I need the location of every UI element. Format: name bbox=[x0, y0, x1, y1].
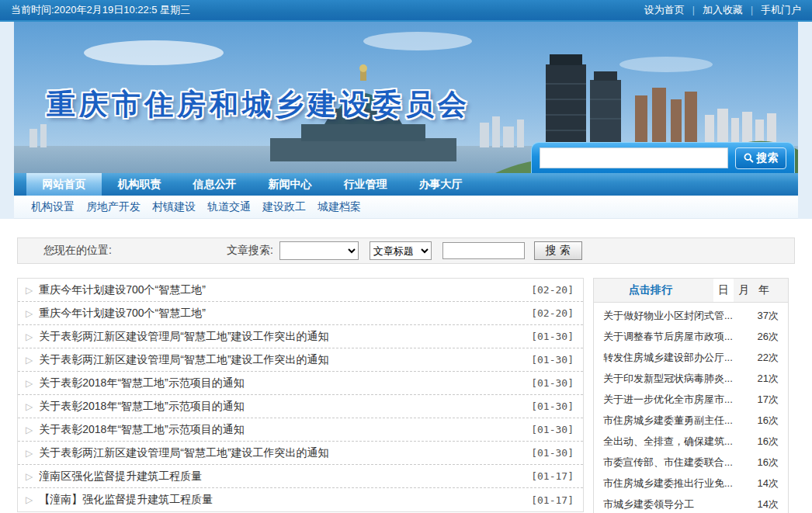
article-search-button[interactable]: 搜 索 bbox=[534, 241, 582, 260]
rank-item-link[interactable]: 关于进一步优化全市房屋市... bbox=[603, 393, 753, 407]
field-select[interactable]: 文章标题 bbox=[370, 241, 432, 260]
rank-count: 16次 bbox=[758, 435, 779, 449]
article-date: [01-17] bbox=[531, 470, 574, 482]
ranking-title: 点击排行 bbox=[629, 283, 672, 297]
topbar: 当前时间:2020年2月19日10:22:5 星期三 设为首页|加入收藏|手机门… bbox=[0, 0, 812, 22]
article-row: ▷关于表彰两江新区建设管理局“智慧工地”建设工作突出的通知[01-30] bbox=[18, 442, 583, 465]
rank-row: 市城乡建委领导分工14次 bbox=[594, 494, 788, 513]
article-link[interactable]: 关于表彰2018年“智慧工地”示范项目的通知 bbox=[39, 423, 523, 437]
rank-item-link[interactable]: 市委宣传部、市住建委联合... bbox=[603, 456, 753, 470]
rank-count: 14次 bbox=[758, 497, 779, 511]
topbar-link-2[interactable]: 加入收藏 bbox=[703, 3, 743, 17]
ranking-panel: 点击排行 日月年 关于做好物业小区封闭式管...37次关于调整春节后房屋市政项.… bbox=[593, 278, 789, 513]
article-link[interactable]: 关于表彰两江新区建设管理局“智慧工地”建设工作突出的通知 bbox=[39, 446, 523, 460]
triangle-bullet-icon: ▷ bbox=[26, 494, 33, 505]
article-link[interactable]: 关于表彰2018年“智慧工地”示范项目的通知 bbox=[39, 376, 523, 390]
article-date: [01-30] bbox=[531, 331, 574, 342]
nav-item-信息公开[interactable]: 信息公开 bbox=[177, 173, 252, 196]
banner-search-button-label: 搜索 bbox=[757, 151, 779, 165]
article-date: [01-30] bbox=[531, 354, 574, 366]
nav-item-办事大厅[interactable]: 办事大厅 bbox=[403, 173, 478, 196]
main-nav: 网站首页机构职责信息公开新闻中心行业管理办事大厅 bbox=[14, 173, 798, 196]
article-link[interactable]: 关于表彰两江新区建设管理局“智慧工地”建设工作突出的通知 bbox=[39, 330, 523, 344]
triangle-bullet-icon: ▷ bbox=[26, 308, 33, 319]
rank-row: 市委宣传部、市住建委联合...16次 bbox=[594, 452, 788, 473]
nav-item-机构职责[interactable]: 机构职责 bbox=[102, 173, 177, 196]
topbar-separator: | bbox=[692, 5, 695, 16]
rank-tab-月[interactable]: 月 bbox=[734, 279, 754, 302]
ranking-list: 关于做好物业小区封闭式管...37次关于调整春节后房屋市政项...26次转发住房… bbox=[594, 303, 788, 513]
rank-item-link[interactable]: 市住房城乡建委董勇副主任... bbox=[603, 414, 753, 428]
article-date: [01-30] bbox=[531, 400, 574, 412]
rank-count: 17次 bbox=[758, 393, 779, 407]
article-list: ▷重庆今年计划建设700个“智慧工地”[02-20]▷重庆今年计划建设700个“… bbox=[17, 278, 584, 512]
rank-tab-年[interactable]: 年 bbox=[754, 279, 774, 302]
nav-item-行业管理[interactable]: 行业管理 bbox=[328, 173, 403, 196]
subnav-item-房地产开发[interactable]: 房地产开发 bbox=[86, 200, 141, 214]
subnav-item-建设政工[interactable]: 建设政工 bbox=[262, 200, 306, 214]
rank-count: 14次 bbox=[758, 477, 779, 490]
topbar-link-3[interactable]: 手机门户 bbox=[761, 3, 801, 17]
triangle-bullet-icon: ▷ bbox=[26, 448, 33, 459]
topbar-separator: | bbox=[751, 5, 753, 16]
rank-item-link[interactable]: 市城乡建委领导分工 bbox=[603, 497, 753, 511]
ranking-header: 点击排行 日月年 bbox=[594, 279, 788, 303]
subnav-item-机构设置[interactable]: 机构设置 bbox=[31, 200, 75, 214]
subnav-item-轨道交通[interactable]: 轨道交通 bbox=[207, 200, 251, 214]
article-row: ▷重庆今年计划建设700个“智慧工地”[02-20] bbox=[18, 279, 583, 302]
banner-search-input[interactable] bbox=[540, 147, 728, 168]
rank-row: 关于调整春节后房屋市政项...26次 bbox=[594, 326, 788, 347]
keyword-input[interactable] bbox=[442, 242, 525, 259]
rank-count: 22次 bbox=[758, 351, 779, 365]
nav-item-网站首页[interactable]: 网站首页 bbox=[26, 173, 102, 196]
rank-count: 16次 bbox=[758, 414, 779, 428]
ranking-tabs: 日月年 bbox=[713, 279, 774, 302]
location-toolbar: 您现在的位置: 文章搜索: 文章标题 搜 索 bbox=[17, 237, 795, 264]
article-link[interactable]: 重庆今年计划建设700个“智慧工地” bbox=[39, 283, 523, 297]
category-select[interactable] bbox=[279, 241, 359, 260]
article-link[interactable]: 重庆今年计划建设700个“智慧工地” bbox=[39, 307, 523, 321]
rank-item-link[interactable]: 关于调整春节后房屋市政项... bbox=[603, 330, 753, 344]
triangle-bullet-icon: ▷ bbox=[26, 355, 33, 366]
article-date: [01-30] bbox=[531, 424, 574, 435]
rank-count: 37次 bbox=[758, 309, 779, 323]
article-link[interactable]: 关于表彰两江新区建设管理局“智慧工地”建设工作突出的通知 bbox=[39, 353, 523, 367]
triangle-bullet-icon: ▷ bbox=[26, 401, 33, 412]
rank-tab-日[interactable]: 日 bbox=[713, 279, 734, 302]
article-link[interactable]: 潼南区强化监督提升建筑工程质量 bbox=[39, 470, 523, 484]
subnav-item-城建档案[interactable]: 城建档案 bbox=[318, 200, 361, 214]
subnav-item-村镇建设[interactable]: 村镇建设 bbox=[152, 200, 196, 214]
triangle-bullet-icon: ▷ bbox=[26, 425, 33, 435]
article-date: [01-30] bbox=[531, 377, 574, 389]
rank-item-link[interactable]: 关于印发新型冠状病毒肺炎... bbox=[603, 372, 753, 386]
sub-nav: 机构设置房地产开发村镇建设轨道交通建设政工城建档案 bbox=[14, 196, 798, 219]
rank-item-link[interactable]: 市住房城乡建委推出行业免... bbox=[603, 477, 753, 490]
nav-item-新闻中心[interactable]: 新闻中心 bbox=[252, 173, 328, 196]
rank-count: 21次 bbox=[758, 372, 779, 386]
rank-item-link[interactable]: 关于做好物业小区封闭式管... bbox=[603, 309, 753, 323]
article-date: [01-30] bbox=[531, 447, 574, 459]
article-row: ▷潼南区强化监督提升建筑工程质量[01-17] bbox=[18, 465, 583, 488]
current-time: 当前时间:2020年2月19日10:22:5 星期三 bbox=[11, 3, 190, 17]
article-row: ▷关于表彰两江新区建设管理局“智慧工地”建设工作突出的通知[01-30] bbox=[18, 348, 583, 372]
banner-search-panel: 搜索 bbox=[531, 142, 795, 173]
article-row: ▷关于表彰两江新区建设管理局“智慧工地”建设工作突出的通知[01-30] bbox=[18, 325, 583, 348]
rank-row: 市住房城乡建委推出行业免...14次 bbox=[594, 473, 788, 494]
article-search-label: 文章搜索: bbox=[227, 244, 273, 258]
rank-row: 转发住房城乡建设部办公厅...22次 bbox=[594, 347, 788, 368]
triangle-bullet-icon: ▷ bbox=[26, 331, 33, 342]
article-row: ▷【潼南】强化监督提升建筑工程质量[01-17] bbox=[18, 488, 583, 511]
article-link[interactable]: 关于表彰2018年“智慧工地”示范项目的通知 bbox=[39, 400, 523, 414]
banner-search-button[interactable]: 搜索 bbox=[735, 147, 786, 169]
article-row: ▷关于表彰2018年“智慧工地”示范项目的通知[01-30] bbox=[18, 395, 583, 418]
rank-item-link[interactable]: 转发住房城乡建设部办公厅... bbox=[603, 351, 753, 365]
rank-item-link[interactable]: 全出动、全排查，确保建筑... bbox=[603, 435, 753, 449]
topbar-link-1[interactable]: 设为首页 bbox=[644, 3, 685, 17]
article-link[interactable]: 【潼南】强化监督提升建筑工程质量 bbox=[39, 493, 523, 507]
article-date: [02-20] bbox=[531, 307, 574, 319]
rank-row: 全出动、全排查，确保建筑...16次 bbox=[594, 431, 788, 452]
rank-count: 16次 bbox=[758, 456, 779, 470]
page-zone: 重庆市住房和城乡建设委员会 搜索 网站首页机构职责信息公开新闻中心行业管理办事大… bbox=[0, 22, 812, 219]
rank-row: 关于做好物业小区封闭式管...37次 bbox=[594, 305, 788, 326]
article-row: ▷关于表彰2018年“智慧工地”示范项目的通知[01-30] bbox=[18, 418, 583, 442]
